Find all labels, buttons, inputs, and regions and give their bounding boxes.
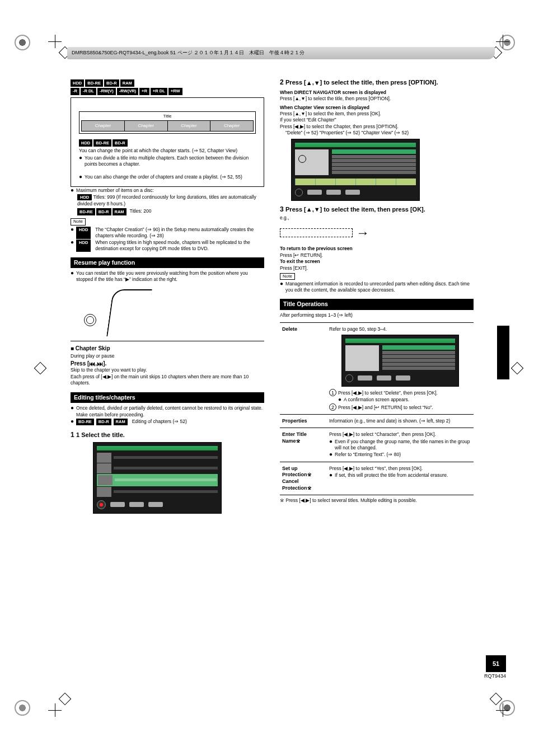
step2-sub2: When Chapter View screen is displayed (280, 105, 474, 111)
chip-hdd: HDD (76, 227, 91, 239)
table-row: Set up Protection※ Cancel Protection※ Pr… (280, 462, 474, 496)
exit-label: To exit the screen (280, 259, 474, 265)
op-properties-body: Information (e.g., time and date) is sho… (327, 415, 474, 428)
title-ops-intro: After performing steps 1–3 (⇒ left) (280, 312, 474, 318)
op-entertitle-b2: Even if you change the group name, the t… (335, 439, 471, 451)
menu-item (332, 163, 416, 166)
crop-cross (496, 35, 509, 48)
media-chips: HDD BD-RE BD-R RAM (71, 79, 264, 87)
bullet-icon: ● (329, 439, 332, 451)
resume-text: You can restart the title you were previ… (76, 270, 264, 283)
diagram-text: You can change the point at which the ch… (79, 148, 256, 154)
chip-hdd: HDD (71, 79, 84, 87)
chip-rwv: -RW(V) (97, 88, 116, 95)
section-title-operations: Title Operations (280, 299, 474, 310)
step1-text: 1 Select the title. (76, 431, 125, 438)
chip-bdr: BD-R (113, 139, 128, 147)
bullet-icon: ● (329, 452, 332, 458)
circled-1-icon: 1 (329, 389, 336, 396)
bullet-icon: ● (71, 405, 74, 417)
crop-cross (496, 703, 509, 717)
menu-item (332, 149, 416, 154)
inner-cross-icon (36, 364, 45, 373)
inner-cross-icon (60, 694, 69, 703)
op-entertitle-b3: Refer to “Entering Text”. (⇒ 80) (335, 452, 401, 458)
step2-sub2-body1: Press [▲,▼] to select the item, then pre… (280, 111, 474, 117)
arrow-right-icon: → (356, 224, 369, 241)
illustration-soccer (71, 285, 264, 339)
max-items-hdd-text: Titles: 999 (If recorded continuously fo… (77, 194, 256, 206)
right-column: 2 Press [▲,▼] to select the title, then … (280, 78, 474, 516)
return-label: To return to the previous screen (280, 246, 474, 252)
diagram-title-label: Title (81, 114, 254, 119)
max-items-heading: Maximum number of items on a disc: (76, 187, 154, 194)
diagram-bottom1: You can also change the order of chapter… (85, 174, 242, 180)
note-line2: When copying titles in high speed mode, … (95, 240, 264, 252)
editing-bullet: Once deleted, divided or partially delet… (76, 405, 264, 417)
editing-bullet: Editing of chapters (⇒ 52) (132, 419, 187, 426)
circled-2-icon: 2 (329, 403, 336, 411)
skip-prev-icon: ⏮ (89, 361, 95, 367)
menu-item (332, 167, 416, 170)
up-icon: ▲ (306, 206, 312, 213)
menu-item (332, 171, 416, 174)
direct-navigator-panel (93, 442, 222, 514)
op-properties-label: Properties (280, 415, 327, 428)
op-delete-label: Delete (280, 323, 327, 414)
op-protection-b1: Press [◀,▶] to select “Yes”, then press … (329, 466, 471, 472)
note2-text: Management information is recorded to un… (285, 281, 474, 293)
inner-cross-icon (491, 694, 500, 703)
book-header-strip: DMRBS850&750EG-RQT9434-L_eng.book 51 ページ… (67, 47, 495, 59)
step-number: 1 (71, 431, 74, 439)
crop-cross (48, 35, 62, 48)
option-menu-panel (341, 335, 459, 387)
return-body: Press [↩ RETURN]. (280, 252, 474, 259)
step-number: 3 (280, 205, 284, 213)
left-column: HDD BD-RE BD-R RAM -R -R DL -RW(V) -RW(V… (71, 78, 264, 516)
chip-bdre: BD-RE (77, 208, 95, 215)
chapter-skip-line: During play or pause (71, 353, 264, 359)
chapter-cell: Chapter (124, 120, 167, 131)
chip-prw: +RW (168, 88, 182, 95)
menu-item (332, 159, 416, 162)
step2-sub2-body3: Press [◀,▶] to select the Chapter, then … (280, 124, 474, 130)
title-chapter-diagram: Title Chapter Chapter Chapter Chapter HD… (71, 97, 264, 187)
panel-button (129, 502, 144, 507)
up-icon: ▲ (306, 80, 312, 86)
inner-cross-icon (513, 364, 522, 373)
op-protection-label: Set up Protection※ Cancel Protection※ (280, 462, 327, 495)
nav-wheel-icon (295, 189, 303, 196)
panel-button (110, 502, 125, 507)
op-delete-step1-sub: A confirmation screen appears. (344, 397, 409, 403)
op-protection-b2: If set, this will protect the title from… (335, 472, 448, 478)
nav-wheel-icon (97, 500, 106, 509)
bullet-icon: ● (79, 174, 82, 180)
chip-r: -R (71, 88, 79, 95)
skip-next-icon: ⏭ (97, 361, 103, 367)
chip-hdd: HDD (76, 240, 91, 252)
chapter-skip-heading: ■ Chapter Skip (71, 345, 264, 352)
op-entertitle-b1: Press [◀,▶] to select “Character”, then … (329, 431, 471, 438)
page-number: 51 (486, 655, 506, 672)
chapter-cell: Chapter (82, 120, 125, 131)
chip-bdr: BD-R (104, 79, 119, 87)
op-delete-step1: Press [◀,▶] to select “Delete”, then pre… (338, 390, 438, 396)
diagram-bullet: You can divide a title into multiple cha… (85, 155, 256, 167)
step-number: 2 (280, 78, 284, 86)
divider (71, 341, 264, 341)
bullet-icon: ● (329, 472, 332, 478)
chip-rdl: -R DL (81, 88, 96, 95)
chip-ram: RAM (120, 79, 134, 87)
panel-button (148, 502, 163, 507)
bullet-icon: ● (79, 155, 82, 167)
chip-rwvr: -RW(VR) (117, 88, 138, 95)
chip-bdr: BD-R (96, 419, 111, 426)
chip-ram: RAM (113, 208, 127, 215)
bullet-icon: ● (71, 227, 74, 239)
step3-eg: e.g., (280, 215, 474, 221)
footnote: ※ Press [◀,▶] to select several titles. … (280, 497, 474, 504)
bullet-icon: ● (71, 187, 74, 194)
section-resume-play: Resume play function (71, 257, 264, 269)
chip-hdd: HDD (77, 194, 92, 200)
step2-refs: "Delete” (⇒ 52) "Properties” (⇒ 52) "Cha… (280, 130, 474, 136)
